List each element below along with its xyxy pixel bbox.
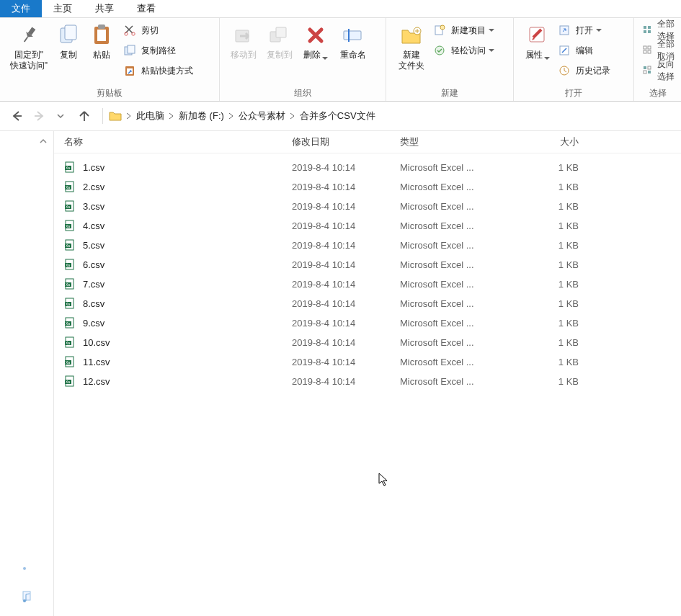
- cut-button[interactable]: 剪切: [123, 22, 193, 38]
- column-date[interactable]: 修改日期: [292, 135, 400, 148]
- column-name[interactable]: 名称: [64, 135, 292, 148]
- deselect-all-button[interactable]: 全部取消: [643, 43, 675, 58]
- edit-label: 编辑: [576, 45, 593, 57]
- table-row[interactable]: Xa9.csv2019-8-4 10:14Microsoft Excel ...…: [64, 313, 681, 333]
- table-row[interactable]: Xa11.csv2019-8-4 10:14Microsoft Excel ..…: [64, 352, 681, 372]
- file-name: 2.csv: [83, 182, 292, 192]
- file-type: Microsoft Excel ...: [400, 376, 507, 387]
- back-button[interactable]: [10, 110, 23, 122]
- sidebar-pictures-icon[interactable]: [20, 563, 33, 577]
- paste-label: 粘贴: [93, 50, 110, 61]
- chevron-right-icon[interactable]: [227, 111, 236, 122]
- table-row[interactable]: Xa1.csv2019-8-4 10:14Microsoft Excel ...…: [64, 158, 681, 177]
- file-type: Microsoft Excel ...: [400, 298, 507, 309]
- file-size: 1 KB: [507, 298, 596, 309]
- copy-path-button[interactable]: 复制路径: [123, 43, 193, 58]
- easy-access-button[interactable]: 轻松访问: [432, 43, 494, 58]
- file-date: 2019-8-4 10:14: [292, 201, 400, 212]
- file-date: 2019-8-4 10:14: [292, 318, 400, 329]
- file-name: 7.csv: [83, 279, 292, 290]
- history-icon: [557, 64, 571, 77]
- table-row[interactable]: Xa3.csv2019-8-4 10:14Microsoft Excel ...…: [64, 197, 681, 216]
- edit-button[interactable]: 编辑: [557, 43, 610, 58]
- file-type: Microsoft Excel ...: [400, 162, 507, 173]
- copy-to-button[interactable]: 复制到: [262, 21, 298, 61]
- new-item-button[interactable]: 新建项目: [432, 22, 494, 38]
- open-label: 打开: [576, 24, 602, 37]
- chevron-right-icon[interactable]: [288, 111, 297, 122]
- tab-view[interactable]: 查看: [125, 0, 167, 17]
- file-type: Microsoft Excel ...: [400, 279, 507, 290]
- tab-share[interactable]: 共享: [84, 0, 125, 17]
- move-to-button[interactable]: 移动到: [226, 21, 262, 61]
- file-size: 1 KB: [507, 240, 596, 251]
- table-row[interactable]: Xa7.csv2019-8-4 10:14Microsoft Excel ...…: [64, 274, 681, 294]
- column-size[interactable]: 大小: [507, 135, 596, 148]
- recent-locations-button[interactable]: [56, 112, 65, 120]
- file-date: 2019-8-4 10:14: [292, 357, 400, 367]
- tab-home[interactable]: 主页: [42, 0, 84, 17]
- paste-button[interactable]: 粘贴: [85, 21, 118, 61]
- csv-file-icon: Xa: [64, 161, 77, 174]
- paste-shortcut-button[interactable]: 粘贴快捷方式: [123, 63, 193, 79]
- table-row[interactable]: Xa4.csv2019-8-4 10:14Microsoft Excel ...…: [64, 216, 681, 236]
- chevron-right-icon[interactable]: [125, 111, 133, 122]
- open-button[interactable]: 打开: [557, 22, 610, 38]
- file-size: 1 KB: [507, 318, 596, 329]
- svg-rect-28: [648, 26, 651, 29]
- svg-point-42: [23, 599, 26, 602]
- rename-button[interactable]: 重命名: [334, 21, 373, 61]
- svg-text:Xa: Xa: [66, 166, 70, 170]
- svg-point-40: [23, 567, 26, 570]
- properties-button[interactable]: 属性: [520, 21, 556, 61]
- ribbon-group-open: 属性 打开 编辑: [514, 18, 634, 101]
- csv-file-icon: Xa: [64, 278, 77, 291]
- history-button[interactable]: 历史记录: [557, 63, 610, 79]
- breadcrumb-segment[interactable]: 新加卷 (F:): [176, 110, 227, 122]
- breadcrumb: 此电脑新加卷 (F:)公众号素材合并多个CSV文件: [133, 107, 378, 125]
- up-button[interactable]: [78, 110, 91, 122]
- file-name: 4.csv: [83, 220, 292, 231]
- csv-file-icon: Xa: [64, 317, 77, 330]
- svg-text:Xa: Xa: [66, 321, 70, 326]
- table-row[interactable]: Xa6.csv2019-8-4 10:14Microsoft Excel ...…: [64, 255, 681, 274]
- ribbon: 固定到" 快速访问" 复制 粘贴: [0, 18, 681, 102]
- navigation-pane[interactable]: [0, 131, 54, 616]
- csv-file-icon: Xa: [64, 220, 77, 233]
- svg-rect-37: [644, 71, 646, 73]
- chevron-up-icon[interactable]: [39, 137, 49, 147]
- breadcrumb-segment[interactable]: 合并多个CSV文件: [297, 110, 378, 122]
- delete-button[interactable]: 删除: [298, 21, 334, 61]
- breadcrumb-segment[interactable]: 公众号素材: [236, 110, 288, 122]
- table-row[interactable]: Xa10.csv2019-8-4 10:14Microsoft Excel ..…: [64, 333, 681, 352]
- tab-file[interactable]: 文件: [0, 0, 42, 17]
- copy-to-icon: [267, 22, 292, 48]
- column-headers: 名称 修改日期 类型 大小: [54, 131, 681, 153]
- table-row[interactable]: Xa5.csv2019-8-4 10:14Microsoft Excel ...…: [64, 236, 681, 255]
- ribbon-group-organize: 移动到 复制到 删除 重命名 组织: [220, 18, 386, 101]
- breadcrumb-segment[interactable]: 此电脑: [133, 110, 167, 122]
- table-row[interactable]: Xa8.csv2019-8-4 10:14Microsoft Excel ...…: [64, 294, 681, 313]
- column-type[interactable]: 类型: [400, 135, 507, 148]
- invert-selection-button[interactable]: 反向选择: [643, 63, 675, 79]
- forward-button[interactable]: [33, 110, 46, 122]
- rename-label: 重命名: [340, 50, 366, 61]
- file-date: 2019-8-4 10:14: [292, 220, 400, 231]
- table-row[interactable]: Xa2.csv2019-8-4 10:14Microsoft Excel ...…: [64, 177, 681, 197]
- file-type: Microsoft Excel ...: [400, 182, 507, 192]
- pin-to-quick-access-button[interactable]: 固定到" 快速访问": [6, 21, 52, 71]
- copy-icon: [56, 22, 81, 48]
- chevron-right-icon[interactable]: [167, 111, 176, 122]
- copy-button[interactable]: 复制: [52, 21, 85, 61]
- file-type: Microsoft Excel ...: [400, 357, 507, 367]
- file-date: 2019-8-4 10:14: [292, 337, 400, 348]
- new-folder-button[interactable]: 新建 文件夹: [392, 21, 431, 71]
- properties-label: 属性: [525, 50, 550, 61]
- easy-access-label: 轻松访问: [451, 45, 494, 57]
- svg-point-21: [440, 25, 445, 30]
- svg-rect-11: [128, 45, 135, 53]
- select-all-button[interactable]: 全部选择: [643, 22, 675, 38]
- table-row[interactable]: Xa12.csv2019-8-4 10:14Microsoft Excel ..…: [64, 372, 681, 391]
- sidebar-music-icon[interactable]: [21, 590, 32, 605]
- file-size: 1 KB: [507, 337, 596, 348]
